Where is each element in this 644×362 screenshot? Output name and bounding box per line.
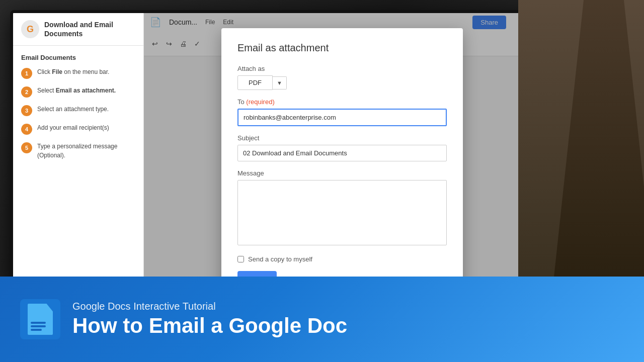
sidebar-panel: G Download and Email Documents Email Doc…: [13, 13, 144, 279]
message-textarea[interactable]: [237, 180, 447, 245]
main-docs-area: 📄 Docum... File Edit Share 👤 ↩ ↪ 🖨 ✓ Ema…: [144, 13, 540, 279]
attach-label: Attach as: [237, 65, 447, 72]
to-email-input[interactable]: [237, 109, 447, 126]
docs-icon-large: [20, 299, 60, 339]
step-text-1: Click File on the menu bar.: [37, 67, 109, 76]
copy-checkbox[interactable]: [237, 256, 244, 262]
to-field-group: To (required): [237, 98, 447, 126]
step-number-1: 1: [21, 68, 32, 79]
sidebar-body: Email Documents 1 Click File on the menu…: [13, 46, 143, 175]
docs-icon-line-1: [31, 322, 46, 324]
dropdown-arrow-button[interactable]: ▼: [273, 76, 287, 89]
copy-checkbox-row: Send a copy to myself: [237, 255, 447, 263]
pdf-dropdown-button[interactable]: PDF: [237, 75, 273, 90]
step-number-2: 2: [21, 86, 32, 98]
person-silhouette-area: [518, 0, 644, 282]
copy-checkbox-label: Send a copy to myself: [248, 255, 312, 263]
email-attachment-modal: Email as attachment Attach as PDF ▼ To (…: [221, 28, 463, 282]
subject-label: Subject: [237, 134, 447, 142]
attach-as-group: Attach as PDF ▼: [237, 65, 447, 90]
docs-icon-line-3: [31, 329, 42, 331]
list-item: 4 Add your email recipient(s): [21, 123, 135, 135]
banner-subtitle: Google Docs Interactive Tutorial: [72, 301, 347, 312]
banner-title: How to Email a Google Doc: [72, 314, 347, 337]
bottom-banner: Google Docs Interactive Tutorial How to …: [0, 277, 644, 362]
list-item: 3 Select an attachment type.: [21, 105, 135, 116]
gcf-logo: G: [21, 20, 39, 38]
person-silhouette: [553, 0, 644, 282]
to-label: To (required): [237, 98, 447, 106]
step-text-3: Select an attachment type.: [37, 105, 109, 114]
docs-icon-line-2: [31, 325, 46, 327]
sidebar-header: G Download and Email Documents: [13, 13, 143, 46]
list-item: 5 Type a personalized message (Optional)…: [21, 142, 135, 160]
step-text-2: Select Email as attachment.: [37, 86, 116, 95]
docs-icon-lines-container: [31, 322, 46, 331]
step-text-5: Type a personalized message (Optional).: [37, 142, 135, 160]
step-number-4: 4: [21, 124, 32, 135]
modal-title: Email as attachment: [237, 42, 447, 54]
sidebar-title: Download and Email Documents: [44, 20, 135, 38]
sidebar-section-title: Email Documents: [21, 54, 135, 61]
monitor-screen: G Download and Email Documents Email Doc…: [10, 10, 543, 282]
attach-dropdown: PDF ▼: [237, 75, 447, 90]
subject-group: Subject: [237, 134, 447, 161]
message-group: Message: [237, 169, 447, 247]
message-label: Message: [237, 169, 447, 177]
step-list: 1 Click File on the menu bar. 2 Select E…: [21, 67, 135, 160]
list-item: 2 Select Email as attachment.: [21, 86, 135, 98]
step-number-3: 3: [21, 105, 32, 116]
step-text-4: Add your email recipient(s): [37, 123, 109, 132]
list-item: 1 Click File on the menu bar.: [21, 67, 135, 79]
banner-text-container: Google Docs Interactive Tutorial How to …: [72, 301, 347, 337]
modal-overlay: Email as attachment Attach as PDF ▼ To (…: [144, 13, 540, 279]
step-number-5: 5: [21, 142, 32, 153]
subject-input[interactable]: [237, 145, 447, 161]
